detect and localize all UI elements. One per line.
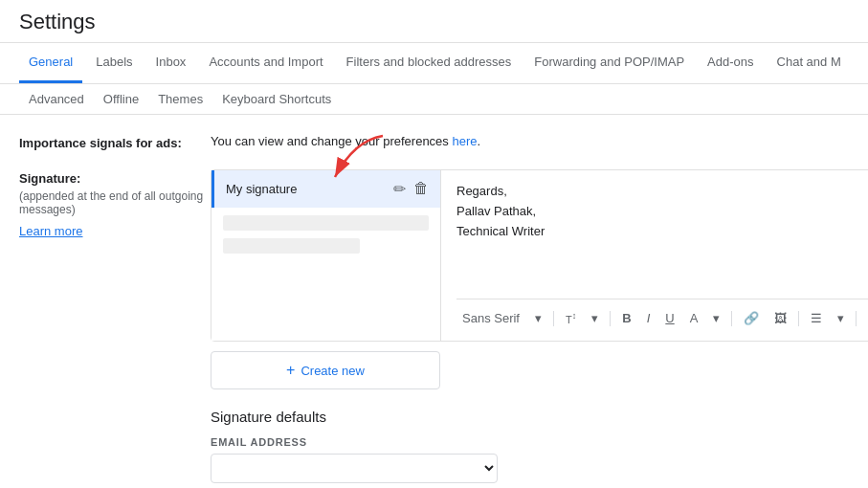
italic-button[interactable]: I (641, 307, 657, 329)
font-dropdown-icon[interactable]: ▾ (529, 307, 547, 329)
tab-offline[interactable]: Offline (94, 84, 148, 114)
font-size-dropdown-icon[interactable]: ▾ (586, 307, 604, 329)
signature-item[interactable]: My signature ✏ 🗑 (211, 170, 440, 208)
create-new-label: Create new (300, 364, 364, 378)
font-size-button[interactable]: T↕ (560, 307, 582, 329)
bold-button[interactable]: B (616, 307, 636, 329)
email-address-select[interactable] (211, 454, 498, 483)
signature-value: My signature ✏ 🗑 Regards, Pallav Pa (211, 169, 868, 483)
tab-addons[interactable]: Add-ons (698, 43, 763, 83)
image-button[interactable]: 🖼 (768, 307, 792, 329)
align-button[interactable]: ☰ (805, 307, 828, 329)
signature-toolbar: Sans Serif ▾ T↕ ▾ B I U A ▾ � (456, 299, 868, 329)
importance-label: Importance signals for ads: (19, 134, 211, 150)
signature-defaults-heading: Signature defaults (211, 409, 868, 425)
create-new-button[interactable]: + Create new (211, 351, 440, 389)
text-color-button[interactable]: A (684, 307, 704, 329)
tab-accounts-import[interactable]: Accounts and Import (199, 43, 332, 83)
text-color-dropdown-icon[interactable]: ▾ (707, 307, 725, 329)
align-dropdown-icon[interactable]: ▾ (832, 307, 850, 329)
importance-here-link[interactable]: here (452, 134, 477, 148)
underline-button[interactable]: U (659, 307, 679, 329)
signature-editor: Regards, Pallav Pathak, Technical Writer… (441, 170, 868, 341)
learn-more-link[interactable]: Learn more (19, 224, 82, 238)
signature-label: Signature: (appended at the end of all o… (19, 169, 211, 483)
signature-blurred-preview (223, 215, 429, 231)
signature-panel: My signature ✏ 🗑 Regards, Pallav Pa (211, 169, 868, 342)
edit-icon[interactable]: ✏ (393, 180, 406, 198)
tab-themes[interactable]: Themes (148, 84, 212, 114)
link-button[interactable]: 🔗 (738, 307, 765, 329)
font-selector[interactable]: Sans Serif (456, 307, 525, 329)
signature-item-name: My signature (226, 182, 297, 196)
email-address-label: EMAIL ADDRESS (211, 436, 868, 448)
page-title: Settings (19, 10, 849, 42)
plus-icon: + (286, 362, 295, 379)
tab-advanced[interactable]: Advanced (19, 84, 94, 114)
signature-content[interactable]: Regards, Pallav Pathak, Technical Writer (456, 182, 868, 299)
tab-general[interactable]: General (19, 43, 82, 83)
tab-labels[interactable]: Labels (86, 43, 142, 83)
tab-keyboard-shortcuts[interactable]: Keyboard Shortcuts (212, 84, 341, 114)
tab-chat[interactable]: Chat and M (768, 43, 851, 83)
delete-icon[interactable]: 🗑 (413, 180, 429, 198)
list-button[interactable]: ≡ (862, 307, 868, 329)
signature-blurred-preview-2 (223, 238, 360, 254)
tab-inbox[interactable]: Inbox (146, 43, 196, 83)
signature-list: My signature ✏ 🗑 (211, 170, 441, 341)
tab-filters[interactable]: Filters and blocked addresses (337, 43, 522, 83)
signature-defaults-section: Signature defaults EMAIL ADDRESS (211, 409, 868, 483)
importance-value: You can view and change your preferences… (211, 134, 849, 150)
tab-forwarding[interactable]: Forwarding and POP/IMAP (524, 43, 694, 83)
